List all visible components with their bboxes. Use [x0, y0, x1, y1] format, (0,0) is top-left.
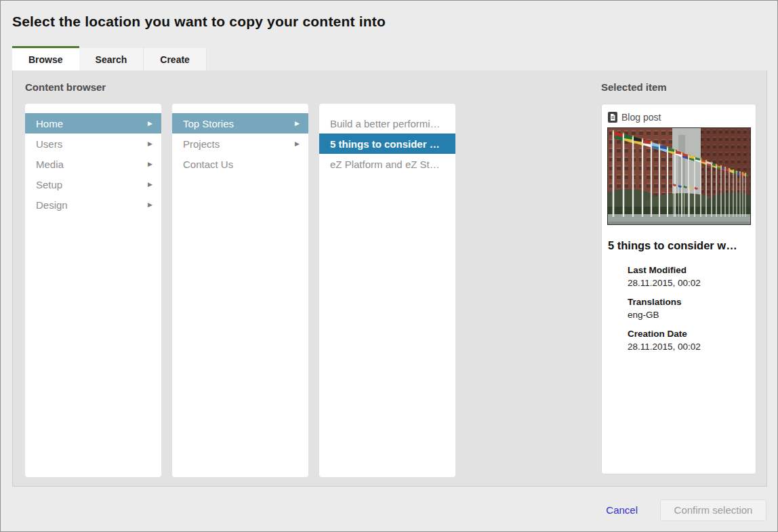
browser-item-label: Contact Us — [183, 159, 233, 170]
chevron-right-icon: ▶ — [295, 121, 300, 127]
chevron-right-icon: ▶ — [148, 141, 152, 147]
browser-column-3: Build a better performi… 5 things to con… — [319, 104, 455, 477]
meta-translations: Translations eng-GB — [628, 295, 701, 321]
meta-value: 28.11.2015, 00:02 — [628, 340, 701, 353]
browser-item-setup[interactable]: Setup ▶ — [25, 174, 161, 195]
browser-item-label: Design — [36, 199, 68, 211]
content-browser-heading: Content browser — [25, 81, 106, 93]
browser-item-label: Media — [36, 159, 64, 170]
tab-browse[interactable]: Browse — [12, 46, 79, 70]
copy-location-dialog: { "title": "Select the location you want… — [0, 0, 778, 532]
tab-bar: Browse Search Create — [12, 46, 207, 70]
browser-column-2: Top Stories ▶ Projects ▶ Contact Us — [172, 104, 308, 477]
meta-value: eng-GB — [628, 308, 701, 321]
browser-item-label: 5 things to consider … — [330, 138, 440, 150]
flags-photo — [607, 127, 751, 225]
browser-item-ez-platform[interactable]: eZ Platform and eZ St… — [319, 154, 455, 174]
browser-item-projects[interactable]: Projects ▶ — [172, 134, 308, 154]
browser-item-top-stories[interactable]: Top Stories ▶ — [172, 113, 308, 134]
browser-item-label: Top Stories — [183, 118, 234, 129]
content-type-row: Blog post — [608, 112, 661, 123]
browser-item-design[interactable]: Design ▶ — [25, 195, 161, 215]
selected-item-card: Blog post — [601, 104, 756, 474]
chevron-right-icon: ▶ — [295, 141, 300, 147]
chevron-right-icon: ▶ — [148, 121, 152, 127]
meta-creation-date: Creation Date 28.11.2015, 00:02 — [628, 327, 701, 353]
content-type-label: Blog post — [621, 112, 661, 123]
selected-item-title: 5 things to consider w… — [608, 239, 752, 252]
browser-item-label: Home — [36, 118, 63, 129]
meta-label: Creation Date — [628, 327, 701, 340]
browser-item-label: Users — [36, 138, 62, 150]
chevron-right-icon: ▶ — [148, 161, 152, 167]
browser-item-label: Projects — [183, 138, 220, 150]
meta-value: 28.11.2015, 00:02 — [628, 277, 701, 289]
browser-item-contact-us[interactable]: Contact Us — [172, 154, 308, 174]
chevron-right-icon: ▶ — [148, 182, 152, 188]
tab-create[interactable]: Create — [144, 46, 207, 70]
browser-item-home[interactable]: Home ▶ — [25, 113, 161, 134]
browser-item-users[interactable]: Users ▶ — [25, 134, 161, 154]
browser-item-label: Build a better performi… — [330, 118, 441, 129]
browser-item-build-better[interactable]: Build a better performi… — [319, 113, 455, 134]
browser-column-1: Home ▶ Users ▶ Media ▶ Setup ▶ Design ▶ — [25, 104, 161, 477]
meta-label: Last Modified — [628, 264, 701, 277]
browser-item-5-things[interactable]: 5 things to consider … — [319, 134, 455, 154]
browser-item-label: Setup — [36, 179, 62, 190]
selected-item-heading: Selected item — [601, 81, 667, 93]
browser-item-label: eZ Platform and eZ St… — [330, 159, 440, 170]
browser-item-media[interactable]: Media ▶ — [25, 154, 161, 174]
selected-item-meta: Last Modified 28.11.2015, 00:02 Translat… — [628, 264, 701, 359]
meta-label: Translations — [628, 295, 701, 308]
document-icon — [608, 112, 617, 123]
chevron-right-icon: ▶ — [148, 202, 152, 208]
browse-panel: Content browser Selected item Home ▶ Use… — [12, 70, 767, 487]
page-title: Select the location you want to copy you… — [12, 14, 386, 30]
cancel-button[interactable]: Cancel — [606, 504, 638, 516]
confirm-selection-button[interactable]: Confirm selection — [660, 499, 766, 521]
content-browser-columns: Home ▶ Users ▶ Media ▶ Setup ▶ Design ▶ — [25, 104, 466, 477]
meta-last-modified: Last Modified 28.11.2015, 00:02 — [628, 264, 701, 289]
tab-search[interactable]: Search — [79, 46, 144, 70]
